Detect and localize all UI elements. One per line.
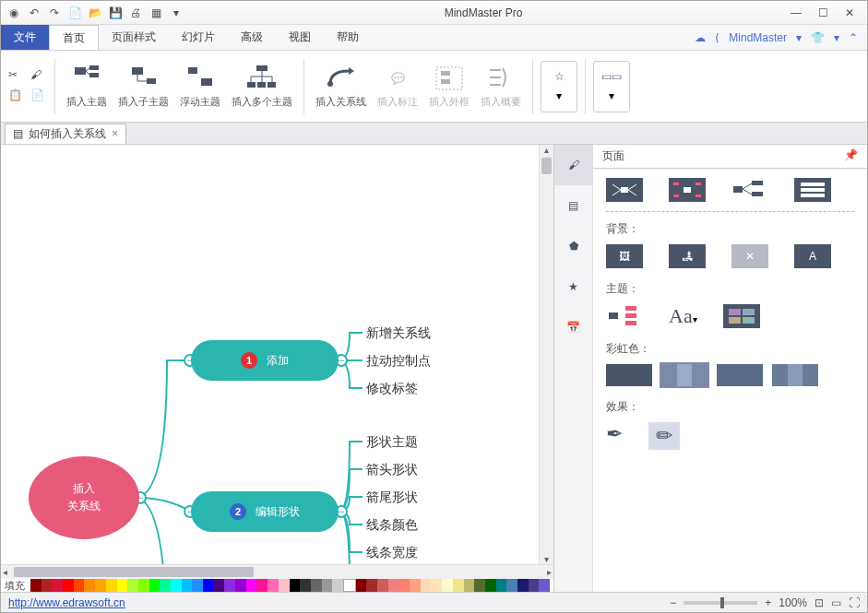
fullscreen-icon[interactable]: ⛶ xyxy=(849,596,860,609)
central-topic[interactable]: 插入 关系线 xyxy=(29,456,139,539)
svg-rect-12 xyxy=(247,82,256,88)
horizontal-scrollbar[interactable]: ◂ ▸ xyxy=(1,564,553,579)
leaf-2-1[interactable]: 形状主题 xyxy=(366,434,418,451)
insert-subtopic-button[interactable]: 插入子主题 xyxy=(114,64,172,109)
sidetab-format[interactable]: 🖌 xyxy=(554,145,592,185)
tab-page-style[interactable]: 页面样式 xyxy=(99,25,169,50)
insert-callout-button[interactable]: 💬 插入标注 xyxy=(374,64,422,109)
vertical-scrollbar[interactable]: ▴ ▾ xyxy=(539,145,553,564)
leaf-1-1[interactable]: 新增关系线 xyxy=(366,325,431,342)
tab-file[interactable]: 文件 xyxy=(1,25,49,50)
bg-option-2[interactable]: 🏞 xyxy=(669,244,706,268)
globe-icon[interactable]: ◉ xyxy=(6,6,21,20)
tab-view[interactable]: 视图 xyxy=(276,25,324,50)
theme-label: 主题： xyxy=(606,281,854,297)
bg-option-1[interactable]: 🖼 xyxy=(606,244,643,268)
rainbow-3[interactable] xyxy=(717,364,763,386)
account-dropdown-icon[interactable]: ▾ xyxy=(796,31,802,44)
rainbow-2[interactable] xyxy=(661,364,707,386)
ribbon-dropdown-2[interactable]: ▭▭▾ xyxy=(593,61,630,112)
collapse-ribbon-icon[interactable]: ⌃ xyxy=(849,31,858,44)
insert-boundary-button[interactable]: 插入外框 xyxy=(425,64,473,109)
leaf-1-2[interactable]: 拉动控制点 xyxy=(366,353,431,370)
leaf-2-4[interactable]: 线条颜色 xyxy=(366,517,418,534)
cloud-icon[interactable]: ☁ xyxy=(695,31,706,44)
shirt-icon[interactable]: 👕 xyxy=(811,31,825,44)
tab-help[interactable]: 帮助 xyxy=(324,25,372,50)
statusbar: http://www.edrawsoft.cn − + 100% ⊡ ▭ ⛶ xyxy=(1,592,867,612)
leaf-2-2[interactable]: 箭头形状 xyxy=(366,462,418,478)
canvas[interactable]: − − − − − − − 插入 关系线 1添加 2编辑形状 3编辑文字 新增关… xyxy=(1,145,539,564)
copy-icon[interactable]: 📋 xyxy=(8,88,25,105)
print-icon[interactable]: 🖨 xyxy=(128,6,143,20)
doc-close-icon[interactable]: × xyxy=(112,127,118,140)
svg-rect-13 xyxy=(257,82,266,88)
qat-dropdown-icon[interactable]: ▾ xyxy=(169,6,184,20)
leaf-2-5[interactable]: 线条宽度 xyxy=(366,545,418,561)
rainbow-1[interactable] xyxy=(606,364,652,386)
svg-rect-50 xyxy=(729,309,741,315)
close-button[interactable]: ✕ xyxy=(845,6,854,19)
layout-option-1[interactable] xyxy=(606,178,643,202)
leaf-2-3[interactable]: 箭尾形状 xyxy=(366,489,418,506)
rainbow-4[interactable] xyxy=(772,364,818,386)
sidetab-outline[interactable]: ▤ xyxy=(554,185,592,226)
zoom-slider[interactable] xyxy=(684,601,757,605)
color-palette-bar[interactable]: 填充 xyxy=(1,579,553,592)
pin-icon[interactable]: 📌 xyxy=(844,148,858,164)
tab-slideshow[interactable]: 幻灯片 xyxy=(169,25,228,50)
sidetab-history[interactable]: 📅 xyxy=(554,307,592,348)
theme-colors[interactable] xyxy=(723,304,760,328)
layout-option-4[interactable] xyxy=(794,178,831,202)
effect-pen-2[interactable]: ✏ xyxy=(648,422,680,450)
format-painter-icon[interactable]: 🖌 xyxy=(30,68,47,85)
subtopic-1[interactable]: 1添加 xyxy=(191,340,339,381)
side-panel-title: 页面 xyxy=(602,148,624,164)
minimize-button[interactable]: — xyxy=(791,6,802,19)
maximize-button[interactable]: ☐ xyxy=(818,6,828,19)
fill-label: 填充 xyxy=(5,579,30,592)
fit-width-icon[interactable]: ▭ xyxy=(831,596,841,609)
bg-watermark[interactable]: A xyxy=(794,244,831,268)
sidetab-icons[interactable]: ⬟ xyxy=(554,226,592,266)
zoom-in-icon[interactable]: + xyxy=(765,596,771,609)
menu-dropdown-icon[interactable]: ▾ xyxy=(834,31,839,44)
insert-multi-button[interactable]: 插入多个主题 xyxy=(228,64,296,109)
leaf-1-3[interactable]: 修改标签 xyxy=(366,381,418,397)
cut-icon[interactable]: ✂ xyxy=(8,68,25,85)
sidetab-clipart[interactable]: ★ xyxy=(554,266,592,307)
new-icon[interactable]: 📄 xyxy=(67,6,82,20)
subtopic-2[interactable]: 2编辑形状 xyxy=(191,491,339,532)
document-tab[interactable]: ▤ 如何插入关系线 × xyxy=(5,124,126,144)
paste-icon[interactable]: 📄 xyxy=(30,88,47,105)
tab-advanced[interactable]: 高级 xyxy=(228,25,276,50)
theme-option-1[interactable] xyxy=(606,304,643,328)
open-icon[interactable]: 📂 xyxy=(88,6,102,20)
layout-option-3[interactable] xyxy=(731,178,768,202)
undo-icon[interactable]: ↶ xyxy=(27,6,42,20)
redo-icon[interactable]: ↷ xyxy=(47,6,62,20)
ribbon-dropdown-1[interactable]: ☆▾ xyxy=(541,61,577,112)
svg-marker-20 xyxy=(349,67,354,75)
float-topic-button[interactable]: 浮动主题 xyxy=(176,64,224,109)
effect-pen-1[interactable]: ✒ xyxy=(606,422,623,450)
fit-page-icon[interactable]: ⊡ xyxy=(814,596,824,609)
insert-topic-button[interactable]: 插入主题 xyxy=(63,64,111,109)
layout-option-2[interactable] xyxy=(669,178,706,202)
export-icon[interactable]: ▦ xyxy=(149,6,163,20)
clipboard-group: ✂🖌 📋📄 xyxy=(8,68,47,105)
svg-rect-9 xyxy=(188,67,197,74)
zoom-out-icon[interactable]: − xyxy=(670,596,676,609)
side-panel-header: 页面 📌 xyxy=(593,145,867,169)
footer-link[interactable]: http://www.edrawsoft.cn xyxy=(8,596,125,609)
save-icon[interactable]: 💾 xyxy=(108,6,123,20)
theme-font[interactable]: Aa▾ xyxy=(669,304,697,328)
bg-remove[interactable]: ✕ xyxy=(731,244,768,268)
insert-summary-button[interactable]: 插入概要 xyxy=(477,64,525,109)
share-icon[interactable]: ⟨ xyxy=(715,31,719,44)
account-name[interactable]: MindMaster xyxy=(729,31,787,44)
svg-rect-35 xyxy=(673,195,679,197)
svg-line-39 xyxy=(743,183,752,189)
insert-relation-button[interactable]: 插入关系线 xyxy=(312,64,370,109)
tab-home[interactable]: 首页 xyxy=(49,25,99,50)
